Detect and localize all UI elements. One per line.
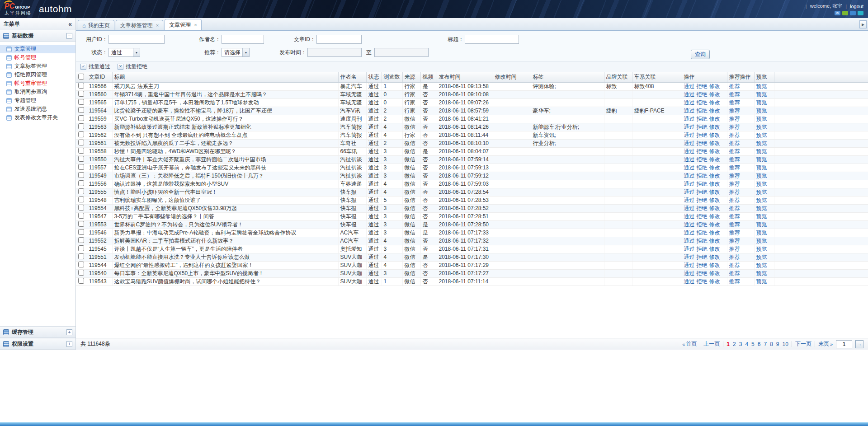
prev-page-button[interactable]: 上一页 <box>703 340 720 348</box>
row-checkbox[interactable] <box>78 205 84 211</box>
reject-link[interactable]: 拒绝 <box>697 116 708 122</box>
preview-link[interactable]: 预览 <box>756 229 767 236</box>
approve-link[interactable]: 通过 <box>684 189 695 195</box>
column-header[interactable]: 车系关联 <box>632 72 682 82</box>
approve-link[interactable]: 通过 <box>684 116 695 122</box>
row-checkbox[interactable] <box>78 213 84 219</box>
reject-link[interactable]: 拒绝 <box>697 140 708 146</box>
preview-link[interactable]: 预览 <box>756 197 767 203</box>
row-checkbox[interactable] <box>78 262 84 267</box>
approve-link[interactable]: 通过 <box>684 173 695 179</box>
preview-link[interactable]: 预览 <box>756 238 767 244</box>
approve-link[interactable]: 通过 <box>684 197 695 203</box>
preview-link[interactable]: 预览 <box>756 91 767 98</box>
publish-date-end-input[interactable] <box>374 48 429 57</box>
approve-link[interactable]: 通过 <box>684 156 695 163</box>
recommend-link[interactable]: 推荐 <box>729 278 740 285</box>
reject-link[interactable]: 拒绝 <box>697 156 708 163</box>
recommend-link[interactable]: 推荐 <box>729 156 740 163</box>
approve-link[interactable]: 通过 <box>684 132 695 138</box>
mail-icon[interactable]: ✉ <box>835 11 840 15</box>
tab-article-management[interactable]: 文章管理 × <box>165 19 201 30</box>
page-link[interactable]: 4 <box>745 341 748 347</box>
approve-link[interactable]: 通过 <box>684 246 695 252</box>
page-link[interactable]: 3 <box>739 341 742 347</box>
reject-link[interactable]: 拒绝 <box>697 148 708 154</box>
edit-link[interactable]: 修改 <box>709 189 720 195</box>
reject-link[interactable]: 拒绝 <box>697 246 708 252</box>
preview-link[interactable]: 预览 <box>756 221 767 228</box>
edit-link[interactable]: 修改 <box>709 262 720 268</box>
page-link[interactable]: 10 <box>783 341 788 347</box>
edit-link[interactable]: 修改 <box>709 124 720 130</box>
edit-link[interactable]: 修改 <box>709 197 720 203</box>
sidebar-item[interactable]: 帐号重审管理 <box>0 79 75 88</box>
sidebar-item[interactable]: 文章管理 <box>0 45 75 53</box>
row-checkbox[interactable] <box>78 91 84 97</box>
preview-link[interactable]: 预览 <box>756 270 767 276</box>
preview-link[interactable]: 预览 <box>756 108 767 114</box>
recommend-link[interactable]: 推荐 <box>729 83 740 89</box>
reject-link[interactable]: 拒绝 <box>697 254 708 260</box>
page-link[interactable]: 8 <box>770 341 773 347</box>
page-link[interactable]: 7 <box>764 341 767 347</box>
row-checkbox[interactable] <box>78 164 84 170</box>
reject-link[interactable]: 拒绝 <box>697 205 708 211</box>
row-checkbox[interactable] <box>78 107 84 113</box>
preview-link[interactable]: 预览 <box>756 173 767 179</box>
edit-link[interactable]: 修改 <box>709 108 720 114</box>
preview-link[interactable]: 预览 <box>756 278 767 285</box>
last-page-button[interactable]: 末页 » <box>818 340 833 348</box>
row-checkbox[interactable] <box>78 99 84 105</box>
column-header[interactable]: 预览 <box>754 72 774 82</box>
tab-article-tag-management[interactable]: 文章标签管理 × <box>116 20 163 30</box>
sidebar-item[interactable]: 拒绝原因管理 <box>0 70 75 79</box>
expand-toggle-icon[interactable]: + <box>66 341 72 347</box>
row-checkbox[interactable] <box>78 131 84 137</box>
row-checkbox[interactable] <box>78 156 84 162</box>
go-page-button[interactable]: → <box>855 340 863 348</box>
column-header[interactable]: 操作 <box>682 72 727 82</box>
recommend-link[interactable]: 推荐 <box>729 132 740 138</box>
edit-link[interactable]: 修改 <box>709 278 720 285</box>
preview-link[interactable]: 预览 <box>756 148 767 154</box>
row-checkbox[interactable] <box>78 172 84 178</box>
reject-link[interactable]: 拒绝 <box>697 164 708 171</box>
tab-my-homepage[interactable]: ⌂ 我的主页 <box>78 20 114 30</box>
approve-link[interactable]: 通过 <box>684 164 695 171</box>
recommend-link[interactable]: 推荐 <box>729 108 740 114</box>
column-header[interactable]: 作者名 <box>338 72 366 82</box>
column-header[interactable]: 修改时间 <box>493 72 531 82</box>
approve-link[interactable]: 通过 <box>684 148 695 154</box>
reject-link[interactable]: 拒绝 <box>697 221 708 228</box>
row-checkbox[interactable] <box>78 140 84 145</box>
recommend-link[interactable]: 推荐 <box>729 91 740 98</box>
reject-link[interactable]: 拒绝 <box>697 238 708 244</box>
edit-link[interactable]: 修改 <box>709 91 720 98</box>
approve-link[interactable]: 通过 <box>684 205 695 211</box>
row-checkbox[interactable] <box>78 221 84 227</box>
column-header[interactable]: 标签 <box>531 72 604 82</box>
app-shortcut-cyan-icon[interactable] <box>858 11 863 15</box>
preview-link[interactable]: 预览 <box>756 132 767 138</box>
reject-link[interactable]: 拒绝 <box>697 99 708 106</box>
column-header[interactable]: 来源 <box>402 72 420 82</box>
column-header[interactable]: 标题 <box>112 72 338 82</box>
approve-link[interactable]: 通过 <box>684 270 695 276</box>
reject-link[interactable]: 拒绝 <box>697 278 708 285</box>
recommend-link[interactable]: 推荐 <box>729 213 740 220</box>
column-header[interactable]: 推荐操作 <box>727 72 754 82</box>
recommend-link[interactable]: 推荐 <box>729 164 740 171</box>
row-checkbox[interactable] <box>78 123 84 129</box>
sidebar-collapse-icon[interactable]: « <box>68 20 72 28</box>
row-checkbox[interactable] <box>78 197 84 202</box>
preview-link[interactable]: 预览 <box>756 181 767 187</box>
title-input[interactable] <box>465 35 519 44</box>
preview-link[interactable]: 预览 <box>756 124 767 130</box>
select-all-checkbox[interactable] <box>78 74 84 80</box>
approve-link[interactable]: 通过 <box>684 83 695 89</box>
edit-link[interactable]: 修改 <box>709 213 720 220</box>
logout-link[interactable]: logout <box>850 4 863 9</box>
recommend-select[interactable]: 请选择 ▼ <box>222 48 250 57</box>
recommend-link[interactable]: 推荐 <box>729 246 740 252</box>
